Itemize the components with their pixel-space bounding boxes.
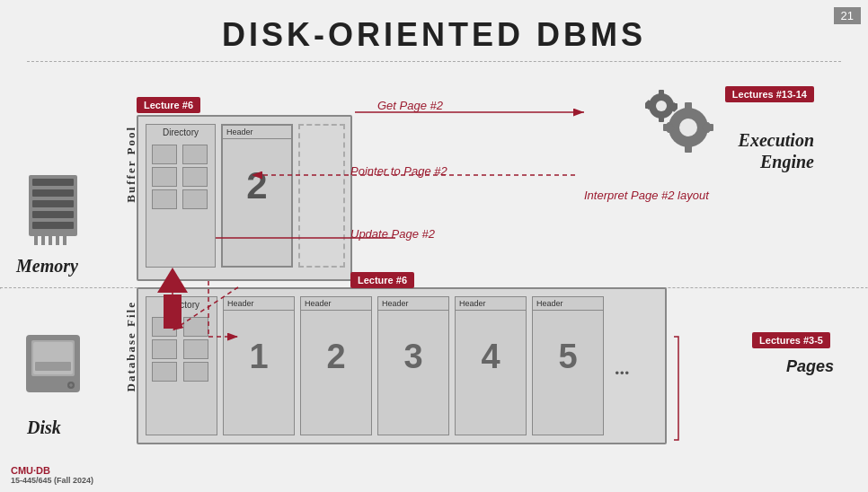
- buffer-pool-box: Directory Header 2: [137, 115, 352, 281]
- page3-box: Header 3: [377, 296, 449, 435]
- gears-icon: [639, 90, 729, 165]
- slide: 21 DISK-ORIENTED DBMS Memory Buffer Pool…: [0, 0, 868, 492]
- memory-label: Memory: [16, 256, 78, 277]
- directory-label-bp: Directory: [146, 125, 215, 137]
- svg-rect-3: [32, 200, 74, 207]
- grid-cell: [152, 145, 177, 164]
- grid-cell: [183, 339, 208, 359]
- lecture6-tag-disk: Lecture #6: [350, 272, 414, 288]
- grid-cell: [152, 339, 177, 359]
- grid-cell: [182, 167, 208, 187]
- page1-number: 1: [224, 338, 294, 376]
- top-divider: [27, 61, 841, 62]
- page5-header: Header: [533, 297, 603, 311]
- svg-rect-4: [32, 211, 74, 218]
- pointer-to-page-label: Pointer to Page #2: [350, 164, 447, 178]
- svg-rect-6: [34, 236, 38, 245]
- page2-header: Header: [223, 126, 291, 139]
- svg-rect-30: [659, 90, 664, 97]
- interpret-page-label: Interpret Page #2 layout: [584, 189, 709, 202]
- get-page-label: Get Page #2: [377, 99, 443, 112]
- page3-header: Header: [378, 297, 448, 311]
- directory-grid-db: [146, 313, 217, 385]
- svg-rect-21: [685, 142, 692, 153]
- dotted-empty-box: [298, 124, 345, 268]
- lectures1314-tag: Lectures #13-14: [725, 86, 814, 102]
- update-page-label: Update Page #2: [350, 227, 435, 241]
- page2-db-header: Header: [301, 297, 371, 311]
- grid-cell: [152, 317, 177, 337]
- exec-engine-title: Execution Engine: [725, 129, 814, 172]
- page1-box: Header 1: [223, 296, 295, 435]
- svg-rect-20: [685, 102, 692, 113]
- ellipsis: ...: [615, 356, 630, 380]
- course-label: 15-445/645 (Fall 2024): [11, 476, 93, 485]
- cmu-logo: CMU·DB 15-445/645 (Fall 2024): [11, 465, 93, 485]
- lecture6-tag-memory: Lecture #6: [137, 97, 200, 113]
- svg-rect-7: [41, 236, 45, 245]
- execution-engine: Lectures #13-14 Execution Engine: [725, 85, 814, 172]
- svg-point-29: [656, 101, 667, 111]
- directory-label-db: Directory: [146, 297, 217, 310]
- db-file-box: Directory Header 1 Header 2 Header 3: [137, 287, 667, 444]
- page1-header: Header: [224, 297, 294, 311]
- directory-box-buffer-pool: Directory: [146, 124, 216, 268]
- page2-db-box: Header 2: [300, 296, 372, 435]
- svg-rect-8: [49, 236, 52, 245]
- page2-box: Header 2: [221, 124, 293, 268]
- page3-number: 3: [378, 338, 448, 376]
- page4-number: 4: [456, 338, 526, 376]
- cmu-db-text: CMU·DB: [11, 465, 93, 476]
- grid-cell: [152, 167, 177, 187]
- page4-header: Header: [456, 297, 526, 311]
- svg-rect-31: [659, 115, 664, 122]
- svg-rect-14: [35, 362, 71, 371]
- svg-rect-1: [32, 179, 74, 186]
- svg-rect-10: [63, 236, 66, 245]
- grid-cell: [152, 189, 177, 209]
- disk-label: Disk: [27, 417, 61, 438]
- grid-cell: [183, 317, 208, 337]
- slide-number: 21: [834, 7, 861, 24]
- disk-icon: [22, 328, 84, 403]
- directory-grid-bp: [146, 141, 215, 213]
- svg-point-19: [679, 119, 697, 136]
- lectures35-tag: Lectures #3-5: [752, 332, 830, 348]
- memory-icon: [25, 166, 81, 250]
- page4-box: Header 4: [455, 296, 527, 435]
- page2-number: 2: [223, 164, 291, 207]
- grid-cell: [183, 362, 208, 382]
- pages-label: Pages: [786, 357, 834, 376]
- svg-rect-5: [32, 222, 74, 229]
- slide-title: DISK-ORIENTED DBMS: [0, 0, 868, 54]
- grid-cell: [182, 189, 208, 209]
- svg-rect-2: [32, 189, 74, 197]
- page2-db-number: 2: [301, 338, 371, 376]
- grid-cell: [182, 145, 208, 164]
- svg-rect-9: [56, 236, 59, 245]
- page5-number: 5: [533, 338, 603, 376]
- page5-box: Header 5: [532, 296, 604, 435]
- grid-cell: [152, 362, 177, 382]
- directory-box-db: Directory: [146, 296, 217, 435]
